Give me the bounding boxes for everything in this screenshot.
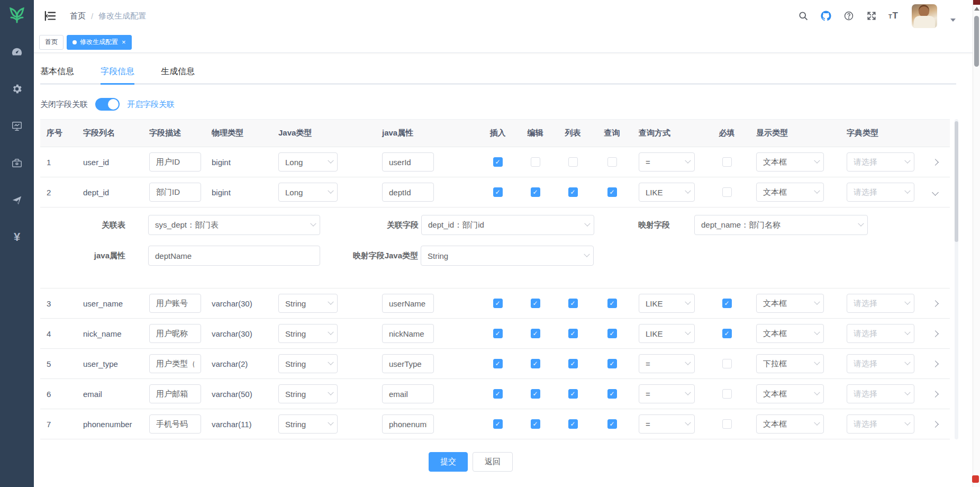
window-scrollbar-thumb[interactable] — [974, 16, 979, 67]
required-checkbox[interactable] — [722, 157, 732, 167]
dashboard-icon[interactable] — [11, 46, 23, 58]
query-type-select[interactable]: = — [639, 354, 695, 373]
edit-checkbox[interactable]: ✓ — [531, 359, 540, 368]
list-checkbox[interactable]: ✓ — [568, 359, 578, 368]
java-field-input[interactable] — [382, 354, 434, 373]
java-type-select[interactable]: String — [278, 384, 338, 403]
html-type-select[interactable]: 文本框 — [756, 414, 824, 434]
relation-on-label[interactable]: 开启字段关联 — [127, 100, 175, 110]
edit-checkbox[interactable]: ✓ — [531, 329, 540, 338]
breadcrumb-home[interactable]: 首页 — [70, 11, 86, 21]
html-type-select[interactable]: 文本框 — [756, 324, 824, 343]
search-icon[interactable] — [797, 10, 809, 22]
fullscreen-icon[interactable] — [866, 10, 877, 22]
dict-type-select[interactable]: 请选择 — [847, 294, 914, 313]
edit-checkbox[interactable]: ✓ — [531, 419, 540, 429]
query-type-select[interactable]: = — [639, 152, 695, 172]
insert-checkbox[interactable]: ✓ — [493, 359, 503, 368]
required-checkbox[interactable]: ✓ — [722, 329, 732, 338]
tab-basic-info[interactable]: 基本信息 — [40, 66, 74, 85]
html-type-select[interactable]: 文本框 — [756, 183, 824, 202]
row-expand-icon[interactable] — [932, 300, 939, 307]
dict-type-select[interactable]: 请选择 — [847, 324, 914, 343]
insert-checkbox[interactable]: ✓ — [493, 419, 503, 429]
field-describe-input[interactable] — [149, 354, 201, 373]
query-checkbox[interactable]: ✓ — [607, 389, 617, 399]
required-checkbox[interactable] — [722, 359, 732, 368]
field-describe-input[interactable] — [149, 414, 201, 434]
required-checkbox[interactable]: ✓ — [722, 299, 732, 308]
java-type-select[interactable]: String — [278, 354, 338, 373]
query-checkbox[interactable]: ✓ — [607, 359, 617, 368]
query-checkbox[interactable]: ✓ — [607, 329, 617, 338]
sidebar-toggle-icon[interactable] — [44, 11, 56, 21]
insert-checkbox[interactable]: ✓ — [493, 187, 503, 197]
required-checkbox[interactable] — [722, 187, 732, 197]
list-checkbox[interactable]: ✓ — [568, 329, 578, 338]
window-scrollbar[interactable] — [973, 0, 980, 487]
required-checkbox[interactable] — [722, 389, 732, 399]
help-icon[interactable] — [843, 10, 855, 22]
row-expand-icon[interactable] — [932, 189, 939, 196]
tag-edit-gen-config[interactable]: 修改生成配置 × — [67, 35, 132, 50]
java-type-select[interactable]: String — [278, 294, 338, 313]
java-field-input[interactable] — [382, 152, 434, 172]
field-describe-input[interactable] — [149, 324, 201, 343]
mapping-field-select[interactable]: dept_name：部门名称 — [694, 215, 868, 235]
edit-checkbox[interactable]: ✓ — [531, 389, 540, 399]
java-field-input[interactable] — [382, 324, 434, 343]
query-checkbox[interactable]: ✓ — [607, 187, 617, 197]
tab-field-info[interactable]: 字段信息 — [101, 66, 134, 85]
java-attr-input[interactable] — [148, 246, 320, 266]
query-type-select[interactable]: LIKE — [639, 183, 695, 202]
row-expand-icon[interactable] — [932, 421, 939, 428]
list-checkbox[interactable]: ✓ — [568, 187, 578, 197]
dict-type-select[interactable]: 请选择 — [847, 384, 914, 403]
dict-type-select[interactable]: 请选择 — [847, 354, 914, 373]
list-checkbox[interactable] — [568, 157, 578, 167]
query-type-select[interactable]: = — [639, 414, 695, 434]
java-type-select[interactable]: Long — [278, 183, 338, 202]
user-avatar[interactable] — [912, 4, 937, 28]
html-type-select[interactable]: 文本框 — [756, 384, 824, 403]
field-describe-input[interactable] — [149, 294, 201, 313]
query-checkbox[interactable]: ✓ — [607, 299, 617, 308]
query-checkbox[interactable]: ✓ — [607, 419, 617, 429]
edit-checkbox[interactable] — [531, 157, 540, 167]
java-type-select[interactable]: String — [278, 324, 338, 343]
tag-close-icon[interactable]: × — [122, 39, 126, 46]
github-icon[interactable] — [820, 10, 832, 22]
edit-checkbox[interactable]: ✓ — [531, 187, 540, 197]
edit-checkbox[interactable]: ✓ — [531, 299, 540, 308]
field-relation-switch[interactable] — [95, 98, 120, 111]
logo-icon[interactable] — [6, 4, 28, 25]
scrollbar-up-arrow-icon[interactable] — [974, 7, 979, 11]
submit-button[interactable]: 提交 — [429, 452, 468, 472]
toolbox-icon[interactable] — [11, 157, 23, 169]
insert-checkbox[interactable]: ✓ — [493, 389, 503, 399]
html-type-select[interactable]: 文本框 — [756, 294, 824, 313]
java-field-input[interactable] — [382, 294, 434, 313]
row-expand-icon[interactable] — [932, 360, 939, 367]
row-expand-icon[interactable] — [932, 330, 939, 337]
query-type-select[interactable]: LIKE — [639, 324, 695, 343]
html-type-select[interactable]: 文本框 — [756, 152, 824, 172]
paper-plane-icon[interactable] — [11, 194, 23, 206]
font-size-icon[interactable]: TT — [888, 11, 899, 21]
java-type-select[interactable]: String — [278, 414, 338, 434]
insert-checkbox[interactable]: ✓ — [493, 329, 503, 338]
java-field-input[interactable] — [382, 384, 434, 403]
field-describe-input[interactable] — [149, 152, 201, 172]
dict-type-select[interactable]: 请选择 — [847, 414, 914, 434]
html-type-select[interactable]: 下拉框 — [756, 354, 824, 373]
monitor-chart-icon[interactable] — [11, 120, 23, 132]
java-type-select[interactable]: Long — [278, 152, 338, 172]
settings-gear-icon[interactable] — [11, 83, 23, 95]
query-type-select[interactable]: LIKE — [639, 294, 695, 313]
table-scrollbar[interactable] — [955, 119, 958, 439]
relation-table-select[interactable]: sys_dept：部门表 — [148, 215, 320, 235]
insert-checkbox[interactable]: ✓ — [493, 157, 503, 167]
mapping-java-type-select[interactable]: String — [421, 246, 594, 266]
field-describe-input[interactable] — [149, 384, 201, 403]
table-scrollbar-thumb[interactable] — [955, 121, 958, 242]
